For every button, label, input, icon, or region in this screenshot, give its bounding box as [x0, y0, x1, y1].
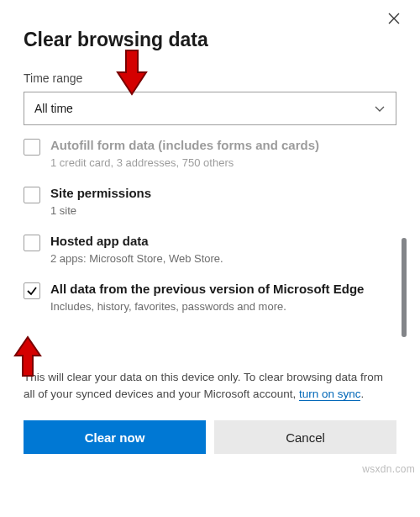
list-item: Site permissions 1 site	[24, 180, 396, 228]
turn-on-sync-link[interactable]: turn on sync	[299, 388, 361, 401]
checkbox-site-permissions[interactable]	[24, 187, 40, 203]
footer-note: This will clear your data on this device…	[24, 369, 396, 402]
time-range-label: Time range	[24, 71, 396, 85]
checkbox-hosted-app-data[interactable]	[24, 235, 40, 251]
item-label: Site permissions	[50, 185, 151, 202]
clear-now-button[interactable]: Clear now	[24, 420, 206, 454]
list-item: All data from the previous version of Mi…	[24, 276, 396, 324]
options-list: Autofill form data (includes forms and c…	[24, 137, 396, 362]
options-list-region: Autofill form data (includes forms and c…	[24, 137, 403, 362]
watermark-text: wsxdn.com	[362, 463, 415, 475]
button-row: Clear now Cancel	[24, 420, 396, 454]
list-item: Hosted app data 2 apps: Microsoft Store,…	[24, 228, 396, 276]
close-button[interactable]	[385, 10, 403, 29]
item-sublabel: 2 apps: Microsoft Store, Web Store.	[50, 251, 223, 266]
close-icon	[387, 12, 401, 28]
chevron-down-icon	[374, 103, 386, 114]
item-sublabel: Includes, history, favorites, passwords …	[50, 299, 364, 314]
list-item: Autofill form data (includes forms and c…	[24, 137, 396, 180]
checkbox-previous-edge-data[interactable]	[24, 282, 40, 299]
checkbox-autofill[interactable]	[24, 139, 40, 156]
item-sublabel: 1 site	[50, 203, 151, 219]
item-label: Autofill form data (includes forms and c…	[50, 137, 319, 154]
item-sublabel: 1 credit card, 3 addresses, 750 others	[50, 156, 319, 171]
time-range-select[interactable]: All time	[24, 92, 396, 125]
scrollbar-thumb[interactable]	[402, 238, 407, 337]
item-label: Hosted app data	[50, 233, 223, 250]
cancel-button[interactable]: Cancel	[214, 420, 396, 454]
clear-browsing-data-dialog: Clear browsing data Time range All time …	[0, 0, 420, 517]
time-range-value: All time	[34, 102, 73, 115]
footer-note-post: .	[360, 388, 364, 400]
dialog-title: Clear browsing data	[24, 29, 396, 51]
item-label: All data from the previous version of Mi…	[50, 281, 364, 298]
